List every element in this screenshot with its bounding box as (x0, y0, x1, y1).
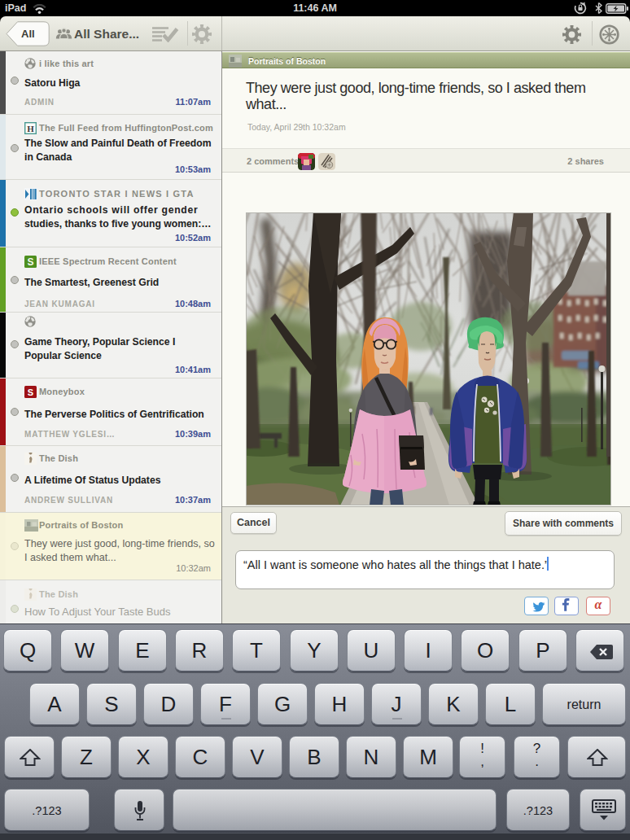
svg-text:S: S (27, 256, 33, 268)
svg-text:S: S (28, 387, 33, 397)
svg-text:H: H (27, 124, 34, 133)
